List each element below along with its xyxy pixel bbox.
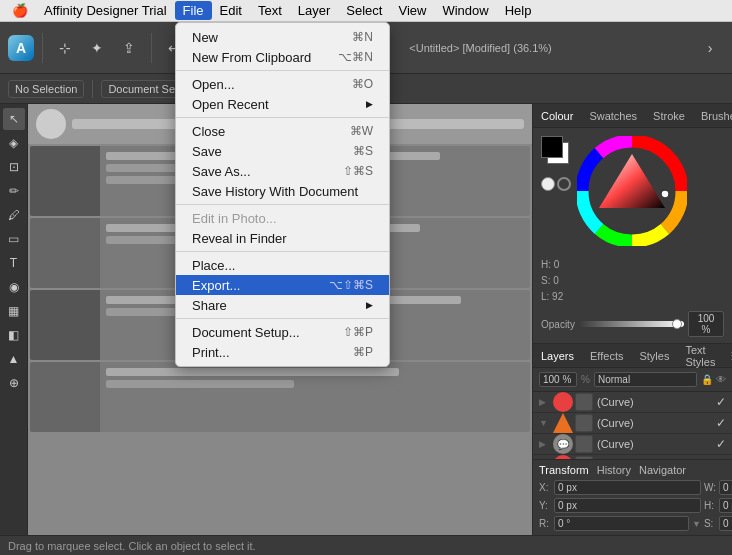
zoom-tool[interactable]: ⊕ bbox=[3, 372, 25, 394]
menu-place[interactable]: Place... bbox=[176, 255, 389, 275]
stroke-circle[interactable] bbox=[557, 177, 571, 191]
r-field-row: R: ▼ bbox=[539, 516, 701, 531]
fg-bg-swatches[interactable] bbox=[541, 136, 569, 164]
move-tool-btn[interactable]: ⊹ bbox=[51, 34, 79, 62]
menubar-view[interactable]: View bbox=[390, 1, 434, 20]
s-input[interactable] bbox=[719, 516, 732, 531]
layer-thumb-orange bbox=[553, 413, 573, 433]
layers-panel: Layers Effects Styles Text Styles ⋮⋮ 100… bbox=[533, 344, 732, 459]
menu-ds-shortcut: ⇧⌘P bbox=[343, 325, 373, 339]
menu-share[interactable]: Share bbox=[176, 295, 389, 315]
tab-stroke[interactable]: Stroke bbox=[649, 108, 689, 124]
transform-fields: X: W: 🔒 Y: H: R: bbox=[539, 480, 726, 531]
menu-new[interactable]: New ⌘N bbox=[176, 27, 389, 47]
layer-sub-3 bbox=[575, 435, 593, 453]
menu-reveal-finder[interactable]: Reveal in Finder bbox=[176, 228, 389, 248]
layer-arrow-3: ▶ bbox=[539, 439, 549, 449]
menubar-layer[interactable]: Layer bbox=[290, 1, 339, 20]
menu-print[interactable]: Print... ⌘P bbox=[176, 342, 389, 362]
menu-sh-label: Save History With Document bbox=[192, 184, 358, 199]
menu-save-history[interactable]: Save History With Document bbox=[176, 181, 389, 201]
w-input[interactable] bbox=[719, 480, 732, 495]
s-value: S: 0 bbox=[541, 273, 724, 289]
tab-styles[interactable]: Styles bbox=[635, 348, 673, 364]
menu-open-recent[interactable]: Open Recent bbox=[176, 94, 389, 114]
fill-tool[interactable]: ◉ bbox=[3, 276, 25, 298]
node-tool[interactable]: ◈ bbox=[3, 132, 25, 154]
transform-tabs: Transform History Navigator bbox=[539, 464, 726, 476]
y-input[interactable] bbox=[554, 498, 701, 513]
menu-print-label: Print... bbox=[192, 345, 230, 360]
brush-tool[interactable]: ✏ bbox=[3, 180, 25, 202]
x-input[interactable] bbox=[554, 480, 701, 495]
tab-brushes[interactable]: Brushes bbox=[697, 108, 732, 124]
menu-save[interactable]: Save ⌘S bbox=[176, 141, 389, 161]
opacity-label: Opacity bbox=[541, 319, 575, 330]
layer-check-2[interactable]: ✓ bbox=[716, 416, 726, 430]
tab-history[interactable]: History bbox=[597, 464, 631, 476]
layer-item-1[interactable]: ▶ (Curve) ✓ bbox=[533, 392, 732, 413]
layer-arrow-1: ▶ bbox=[539, 397, 549, 407]
menu-close[interactable]: Close ⌘W bbox=[176, 121, 389, 141]
eyedropper-tool[interactable]: ▲ bbox=[3, 348, 25, 370]
color-wheel-container[interactable] bbox=[577, 136, 687, 249]
layer-item-2[interactable]: ▼ (Curve) ✓ bbox=[533, 413, 732, 434]
gradient-tool[interactable]: ▦ bbox=[3, 300, 25, 322]
layers-menu-icon[interactable]: ⋮⋮ bbox=[727, 350, 732, 361]
layer-check-3[interactable]: ✓ bbox=[716, 437, 726, 451]
tab-effects[interactable]: Effects bbox=[586, 348, 627, 364]
layer-pair-3: 💬 bbox=[553, 434, 593, 454]
tab-swatches[interactable]: Swatches bbox=[585, 108, 641, 124]
menubar-app-name[interactable]: Affinity Designer Trial bbox=[36, 1, 175, 20]
menu-new-from-clipboard[interactable]: New From Clipboard ⌥⌘N bbox=[176, 47, 389, 67]
menubar-file[interactable]: File bbox=[175, 1, 212, 20]
menubar-text[interactable]: Text bbox=[250, 1, 290, 20]
lock-icon[interactable]: 🔒 bbox=[701, 374, 713, 385]
select-tool[interactable]: ↖ bbox=[3, 108, 25, 130]
fg-swatch[interactable] bbox=[541, 136, 563, 158]
h-input[interactable] bbox=[719, 498, 732, 513]
layer-thumb-red-1 bbox=[553, 392, 573, 412]
l-value: L: 92 bbox=[541, 289, 724, 305]
layer-item-3[interactable]: ▶ 💬 (Curve) ✓ bbox=[533, 434, 732, 455]
crop-tool[interactable]: ⊡ bbox=[3, 156, 25, 178]
tab-transform[interactable]: Transform bbox=[539, 464, 589, 476]
layers-opacity-field[interactable]: 100 % bbox=[539, 372, 577, 387]
transparency-tool[interactable]: ◧ bbox=[3, 324, 25, 346]
menu-new-shortcut: ⌘N bbox=[352, 30, 373, 44]
menubar-help[interactable]: Help bbox=[497, 1, 540, 20]
menu-save-as[interactable]: Save As... ⇧⌘S bbox=[176, 161, 389, 181]
tab-navigator[interactable]: Navigator bbox=[639, 464, 686, 476]
menubar-apple[interactable]: 🍎 bbox=[4, 1, 36, 20]
layer-pair-2 bbox=[553, 413, 593, 433]
share-toolbar-btn[interactable]: ⇪ bbox=[115, 34, 143, 62]
tab-colour[interactable]: Colour bbox=[537, 108, 577, 124]
persona-btn[interactable]: ✦ bbox=[83, 34, 111, 62]
text-tool[interactable]: T bbox=[3, 252, 25, 274]
shape-tool[interactable]: ▭ bbox=[3, 228, 25, 250]
layer-check-1[interactable]: ✓ bbox=[716, 395, 726, 409]
r-label: R: bbox=[539, 518, 551, 529]
tab-layers[interactable]: Layers bbox=[537, 348, 578, 364]
menu-close-shortcut: ⌘W bbox=[350, 124, 373, 138]
percent-label: % bbox=[581, 374, 590, 385]
visibility-icon[interactable]: 👁 bbox=[716, 374, 726, 385]
tab-text-styles[interactable]: Text Styles bbox=[681, 344, 719, 370]
menubar-select[interactable]: Select bbox=[338, 1, 390, 20]
menu-open[interactable]: Open... ⌘O bbox=[176, 74, 389, 94]
r-unit: ▼ bbox=[692, 519, 701, 529]
more-btn[interactable]: › bbox=[696, 34, 724, 62]
fill-circle[interactable] bbox=[541, 177, 555, 191]
menubar-edit[interactable]: Edit bbox=[212, 1, 250, 20]
menubar-window[interactable]: Window bbox=[434, 1, 496, 20]
menu-or-label: Open Recent bbox=[192, 97, 269, 112]
r-input[interactable] bbox=[554, 516, 689, 531]
layers-blend-mode[interactable]: Normal bbox=[594, 372, 697, 387]
menu-rf-label: Reveal in Finder bbox=[192, 231, 287, 246]
opacity-value[interactable]: 100 % bbox=[688, 311, 724, 337]
pen-tool[interactable]: 🖊 bbox=[3, 204, 25, 226]
menu-doc-setup[interactable]: Document Setup... ⇧⌘P bbox=[176, 322, 389, 342]
menu-export[interactable]: Export... ⌥⇧⌘S bbox=[176, 275, 389, 295]
menu-edit-photo: Edit in Photo... bbox=[176, 208, 389, 228]
opacity-slider[interactable] bbox=[579, 321, 684, 327]
